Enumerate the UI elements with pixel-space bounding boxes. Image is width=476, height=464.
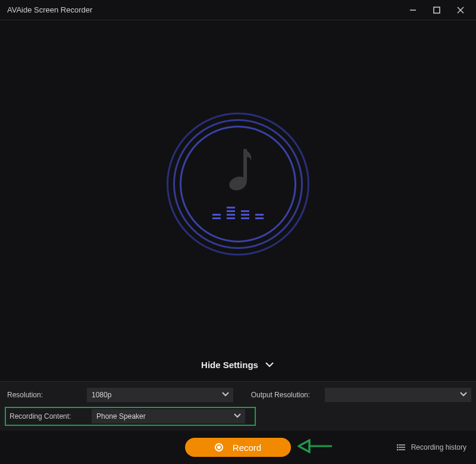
app-title: AVAide Screen Recorder — [7, 5, 92, 14]
resolution-value: 1080p — [92, 391, 111, 399]
record-icon — [215, 443, 223, 451]
resolution-label: Resolution: — [5, 391, 83, 399]
footer: Record Recording history — [0, 431, 476, 464]
svg-point-8 — [397, 445, 397, 446]
chevron-down-icon — [233, 413, 242, 419]
titlebar: AVAide Screen Recorder — [0, 0, 476, 20]
output-resolution-select[interactable] — [325, 388, 471, 402]
svg-rect-1 — [434, 7, 440, 13]
chevron-down-icon — [264, 361, 275, 368]
close-icon — [456, 6, 465, 14]
audio-visual-rings — [167, 113, 309, 256]
app-window: AVAide Screen Recorder — [0, 0, 476, 464]
svg-point-10 — [397, 450, 397, 450]
toggle-settings-button[interactable]: Hide Settings — [0, 348, 476, 381]
recording-content-row: Recording Content: Phone Speaker — [7, 409, 253, 423]
toggle-settings-label: Hide Settings — [201, 360, 258, 370]
recording-content-highlight: Recording Content: Phone Speaker — [5, 407, 256, 426]
chevron-down-icon — [459, 391, 468, 397]
resolution-row: Resolution: 1080p Output Resolution: — [5, 388, 471, 402]
chevron-down-icon — [221, 391, 230, 397]
record-button[interactable]: Record — [185, 438, 291, 457]
minimize-icon — [409, 6, 417, 14]
list-icon — [397, 443, 406, 451]
recording-history-label: Recording history — [411, 443, 466, 451]
annotation-arrow — [298, 437, 333, 458]
output-resolution-label: Output Resolution: — [249, 391, 322, 399]
svg-point-9 — [397, 447, 397, 448]
record-button-label: Record — [233, 443, 261, 453]
minimize-button[interactable] — [401, 0, 425, 20]
maximize-icon — [433, 6, 441, 14]
recording-content-value: Phone Speaker — [96, 412, 146, 421]
equalizer-icon — [212, 206, 264, 219]
music-note-icon — [221, 149, 255, 193]
settings-panel: Resolution: 1080p Output Resolution: Rec… — [0, 381, 476, 431]
resolution-select[interactable]: 1080p — [87, 388, 233, 402]
recording-content-label: Recording Content: — [7, 412, 88, 421]
close-button[interactable] — [449, 0, 472, 20]
recording-history-button[interactable]: Recording history — [397, 443, 466, 451]
central-area — [0, 20, 476, 348]
maximize-button[interactable] — [425, 0, 449, 20]
recording-content-select[interactable]: Phone Speaker — [92, 409, 245, 423]
